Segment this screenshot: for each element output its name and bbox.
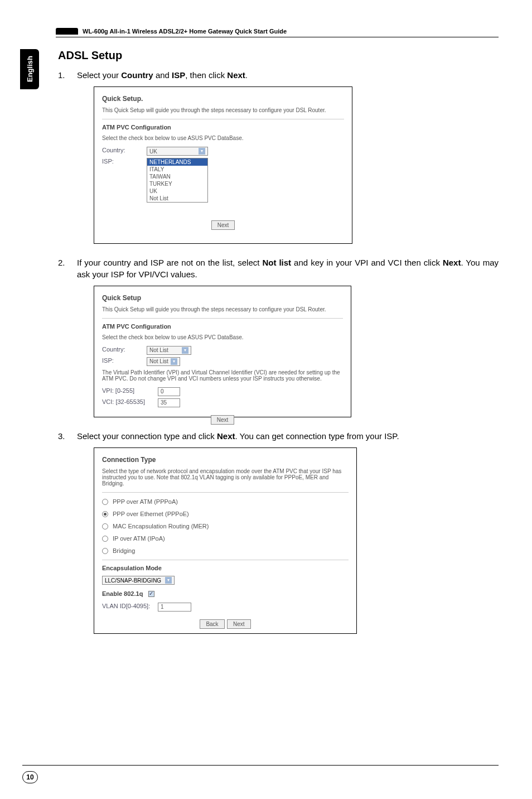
shot2-subheading: ATM PVC Configuration (102, 323, 343, 330)
shot1-subheading: ATM PVC Configuration (102, 124, 344, 131)
step-1-next: Next (227, 70, 245, 80)
shot1-title: Quick Setup. (102, 95, 344, 103)
screenshot-1: Quick Setup. This Quick Setup will guide… (94, 86, 352, 244)
list-item[interactable]: NETHERLANDS (147, 158, 207, 166)
radio-pppoe-label: PPP over Ethernet (PPPoE) (113, 511, 189, 517)
step-2-pre: If your country and ISP are not on the l… (77, 258, 262, 267)
divider (102, 318, 343, 319)
page-header: WL-600g All-in-1 Wireless ADSL2/2+ Home … (56, 28, 499, 37)
section-heading: ADSL Setup (58, 49, 499, 62)
shot2-hint: Select the check box below to use ASUS P… (102, 334, 343, 340)
step-3-post: . You can get connection type from your … (235, 431, 399, 441)
radio-pppoa[interactable]: PPP over ATM (PPPoA) (102, 498, 349, 505)
shot3-enable-label: Enable 802.1q (102, 590, 143, 597)
radio-pppoa-label: PPP over ATM (PPPoA) (113, 498, 178, 505)
step-2-text: If your country and ISP are not on the l… (77, 257, 499, 280)
list-item[interactable]: ITALY (147, 166, 207, 173)
shot2-vp-desc: The Virtual Path Identifier (VPI) and Vi… (102, 369, 343, 382)
shot3-next-button[interactable]: Next (227, 619, 251, 629)
list-item[interactable]: TAIWAN (147, 173, 207, 180)
shot3-vlan-label: VLAN ID[0-4095]: (102, 603, 158, 612)
shot2-isp-label: ISP: (102, 357, 147, 366)
step-1-isp: ISP (172, 70, 185, 80)
step-2-number: 2. (58, 257, 77, 280)
step-3: 3. Select your connection type and click… (58, 431, 499, 442)
radio-mer[interactable]: MAC Encapsulation Routing (MER) (102, 523, 349, 530)
shot2-isp-select[interactable]: Not List ▾ (147, 357, 180, 366)
step-2-mid: and key in your VPI and VCI then click (291, 258, 443, 267)
shot2-country-select[interactable]: Not List ▾ (147, 346, 191, 355)
step-3-next: Next (217, 431, 235, 441)
step-1-mid2: , then click (185, 70, 227, 80)
divider (102, 492, 349, 493)
divider (102, 119, 344, 119)
radio-ipoa-label: IP over ATM (IPoA) (113, 535, 165, 542)
radio-pppoe[interactable]: PPP over Ethernet (PPPoE) (102, 511, 349, 517)
dropdown-arrow-icon: ▾ (182, 347, 188, 354)
shot2-isp-value: Not List (149, 358, 168, 364)
shot2-title: Quick Setup (102, 294, 343, 302)
footer-line (22, 765, 499, 766)
shot3-vlan-input[interactable]: 1 (158, 603, 191, 612)
radio-icon (102, 499, 108, 505)
step-3-pre: Select your connection type and click (77, 431, 217, 441)
step-2: 2. If your country and ISP are not on th… (58, 257, 499, 280)
page-number: 10 (22, 771, 38, 783)
enable-8021q-checkbox[interactable] (148, 591, 154, 597)
shot3-back-button[interactable]: Back (200, 619, 224, 629)
radio-icon (102, 548, 108, 554)
enable-8021q-row: Enable 802.1q (102, 590, 349, 597)
step-2-next: Next (443, 258, 461, 267)
shot3-encap-select[interactable]: LLC/SNAP-BRIDGING ▾ (102, 576, 175, 585)
step-1-post: . (245, 70, 248, 80)
dropdown-arrow-icon: ▾ (171, 358, 177, 365)
shot1-next-button[interactable]: Next (211, 220, 235, 230)
shot1-hint: Select the check box below to use ASUS P… (102, 135, 344, 141)
step-1-number: 1. (58, 70, 77, 81)
step-2-notlist: Not list (262, 258, 291, 267)
step-3-number: 3. (58, 431, 77, 442)
shot2-desc: This Quick Setup will guide you through … (102, 306, 343, 312)
shot2-vpi-label: VPI: [0-255] (102, 387, 158, 396)
shot1-country-select[interactable]: UK ▾ (147, 147, 208, 156)
list-item[interactable]: TURKEY (147, 180, 207, 187)
shot1-isp-label: ISP: (102, 158, 147, 203)
radio-icon (102, 511, 108, 517)
shot2-vci-input[interactable]: 35 (158, 398, 180, 407)
shot1-desc: This Quick Setup will guide you through … (102, 107, 344, 113)
shot3-encap-label: Encapsulation Mode (102, 565, 349, 571)
screenshot-3: Connection Type Select the type of netwo… (94, 447, 357, 634)
router-icon (56, 28, 78, 35)
shot2-vci-label: VCI: [32-65535] (102, 398, 158, 407)
screenshot-2: Quick Setup This Quick Setup will guide … (94, 286, 351, 417)
main-content: ADSL Setup 1. Select your Country and IS… (58, 49, 499, 647)
radio-bridging[interactable]: Bridging (102, 547, 349, 554)
step-3-text: Select your connection type and click Ne… (77, 431, 499, 442)
shot2-vpi-input[interactable]: 0 (158, 387, 180, 396)
header-product-line: WL-600g All-in-1 Wireless ADSL2/2+ Home … (83, 28, 287, 35)
shot2-country-value: Not List (149, 347, 168, 353)
radio-icon (102, 523, 108, 530)
step-1: 1. Select your Country and ISP, then cli… (58, 70, 499, 81)
shot1-country-value: UK (149, 148, 157, 155)
step-1-country: Country (121, 70, 153, 80)
list-item[interactable]: Not List (147, 195, 207, 202)
radio-bridging-label: Bridging (113, 547, 135, 554)
shot1-country-label: Country: (102, 147, 147, 156)
radio-ipoa[interactable]: IP over ATM (IPoA) (102, 535, 349, 542)
list-item[interactable]: UK (147, 187, 207, 195)
step-1-mid: and (153, 70, 172, 80)
language-tab: English (20, 49, 39, 89)
step-1-pre: Select your (77, 70, 121, 80)
shot3-encap-value: LLC/SNAP-BRIDGING (105, 577, 161, 584)
shot1-isp-listbox[interactable]: NETHERLANDS ITALY TAIWAN TURKEY UK Not L… (147, 158, 208, 203)
radio-mer-label: MAC Encapsulation Routing (MER) (113, 523, 209, 530)
shot2-next-button[interactable]: Next (211, 415, 235, 425)
dropdown-arrow-icon: ▾ (199, 148, 205, 155)
step-1-text: Select your Country and ISP, then click … (77, 70, 499, 81)
shot2-country-label: Country: (102, 346, 147, 355)
shot3-title: Connection Type (102, 456, 349, 464)
radio-icon (102, 536, 108, 542)
divider (102, 560, 349, 560)
shot3-desc: Select the type of network protocol and … (102, 468, 349, 487)
